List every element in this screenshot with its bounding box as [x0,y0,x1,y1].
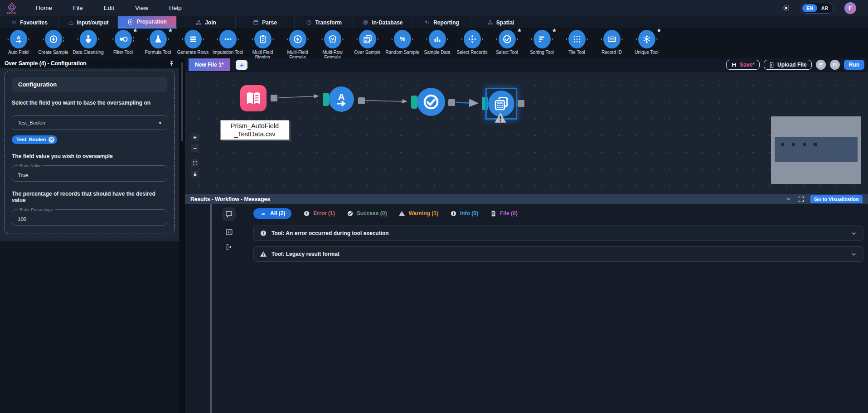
select-tool-node[interactable] [417,88,445,116]
canvas-minimap[interactable] [771,116,861,184]
comment-icon[interactable] [222,207,236,221]
select-tool-input-anchor[interactable] [411,96,417,109]
menu-item-file[interactable]: File [63,5,93,11]
upload-file-button[interactable]: Upload File [764,60,812,70]
pin-icon[interactable] [169,60,175,67]
menu-item-view[interactable]: View [125,5,159,11]
save-button[interactable]: Save* [726,60,760,70]
palette-tool-auto-field[interactable]: ›A›Auto Field [1,29,36,58]
user-avatar[interactable]: F [844,2,856,14]
chip-remove-icon[interactable]: ✕ [48,137,54,143]
field-dropdown[interactable]: Test_Boolen ▾ [12,115,167,130]
menu-item-home[interactable]: Home [25,5,63,11]
zoom-in-button[interactable]: + [191,133,199,141]
menu-item-help[interactable]: Help [159,5,192,11]
prism-logo-icon [7,2,17,12]
tool-input-chevron-icon: › [461,37,463,42]
csv-input-node[interactable] [240,85,267,111]
filter-info[interactable]: Info (0) [450,210,478,217]
filter-file[interactable]: File (0) [490,210,518,217]
lock-canvas-button[interactable] [191,170,199,178]
percentage-input[interactable] [12,210,167,225]
configuration-panel-title: Over Sample (4) - Configuration [5,60,87,67]
auto-field-output-anchor[interactable] [358,97,365,104]
language-option-en[interactable]: EN [802,4,817,12]
csv-output-anchor[interactable] [271,95,277,101]
exit-icon[interactable] [225,243,233,251]
workflow-file-tab[interactable]: New File 1* [189,58,230,71]
zoom-out-button[interactable]: − [191,144,199,152]
palette-tool-formula-tool[interactable]: ››★Formula Tool [141,29,175,58]
palette-tool-select-records[interactable]: ››Select Records [455,29,490,58]
upload-file-icon [769,62,775,68]
field-chip[interactable]: Test_Boolen ✕ [12,135,57,144]
palette-tool-multi-field-formula[interactable]: ››Multi-FieldFormula [280,29,315,58]
message-row[interactable]: Tool: Legacy result format [253,246,863,262]
over-sample-output-anchor[interactable] [518,100,524,107]
panel-scrollbar[interactable] [181,62,183,141]
filter-success[interactable]: Success (0) [347,210,387,217]
palette-tool-imputation-tool[interactable]: ››Imputation Tool [210,29,245,58]
tool-input-chevron-icon: › [426,37,428,42]
svg-text:A: A [338,91,344,102]
tab-transform[interactable]: Transform [295,16,354,29]
palette-tool-select-tool[interactable]: ››★Select Tool [490,29,524,58]
palette-tool-record-id[interactable]: ›123›Record ID [594,29,629,58]
tab-input-output[interactable]: Input/output [59,16,118,29]
message-row[interactable]: Tool: An error occurred during tool exec… [253,226,863,241]
tab-label: In-Database [372,19,402,26]
palette-tool-unique-tool[interactable]: ››★Unique Tool [629,29,664,58]
workflow-canvas[interactable]: + − [185,72,868,194]
select-tool-output-anchor[interactable] [448,99,455,106]
menu-item-edit[interactable]: Edit [93,5,125,11]
palette-tool-multi-row-formula[interactable]: ››Multi-RowFormula [315,29,350,58]
run-button[interactable]: Run [844,60,864,70]
tool-input-chevron-icon: › [356,37,358,42]
theme-toggle-sun-icon[interactable] [782,4,790,12]
chevron-down-icon[interactable] [850,230,857,237]
go-to-visualization-button[interactable]: Go to Visualization [810,195,863,203]
palette-tool-over-sample[interactable]: ››Over Sample [350,29,385,58]
palette-tool-generate-rows[interactable]: ››Generate Rows [175,29,210,58]
svg-text:T: T [425,20,427,24]
tool-label: Random Sample [385,50,419,55]
auto-field-input-anchor[interactable] [323,93,329,106]
open-panel-icon[interactable] [225,228,233,236]
chevron-down-icon[interactable] [850,251,857,258]
auto-field-node[interactable]: A [329,86,354,112]
filter-error[interactable]: Error (1) [303,210,335,217]
tab-favourites[interactable]: Favourites [0,16,59,29]
palette-tool-sorting-tool[interactable]: ››★Sorting Tool [524,29,559,58]
expand-results-icon[interactable] [798,196,805,202]
language-toggle[interactable]: EN AR [801,3,834,14]
tab-in-database[interactable]: In-Database [354,16,412,29]
tab-reporting[interactable]: TTReporting [412,16,471,29]
tool-label: Generate Rows [177,50,209,55]
tab-parse[interactable]: Parse [236,16,295,29]
language-option-ar[interactable]: AR [817,4,832,12]
csv-node-label-line2: _TestData.csv [222,130,288,138]
palette-tool-data-cleansing[interactable]: ››Data Cleansing [71,29,106,58]
palette-tool-create-sample[interactable]: ›››Create Sample [36,29,71,58]
oversample-value-input[interactable] [12,166,167,181]
fit-view-button[interactable] [191,159,199,167]
palette-tool-sample-data[interactable]: ››Sample Data [420,29,455,58]
tab-spatial[interactable]: Spatial [471,16,530,29]
layout-horizontal-button[interactable] [816,60,826,70]
layout-vertical-button[interactable] [830,60,840,70]
tab-join[interactable]: Join [177,16,236,29]
palette-tool-random-sample[interactable]: ›%›Random Sample [385,29,420,58]
collapse-results-chevron-icon[interactable] [785,196,792,202]
tab-preparation[interactable]: PPreparation [118,16,177,29]
palette-tool-multi-field-binning[interactable]: ››Multi FieldBinning [245,29,280,58]
palette-tool-tile-tool[interactable]: ››Tile Tool [559,29,594,58]
filter-warning[interactable]: Warning (1) [398,210,438,217]
filter-all[interactable]: ∞All (2) [253,208,291,219]
tool-input-chevron-icon: › [182,37,184,42]
tool-label: Imputation Tool [213,50,243,55]
tool-label: Tile Tool [568,50,585,55]
tool-label: Sample Data [424,50,451,55]
app-logo: PRISM [5,0,19,15]
new-workflow-tab-button[interactable]: + [236,60,247,70]
palette-tool-filter-tool[interactable]: ›››★Filter Tool [106,29,141,58]
